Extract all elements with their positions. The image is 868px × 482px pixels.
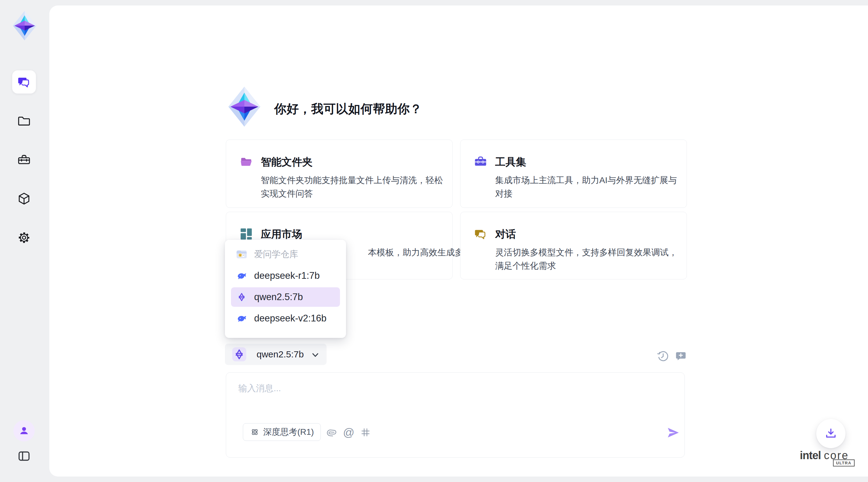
message-input[interactable]: [238, 382, 574, 417]
dropdown-header-label: 爱问学仓库: [254, 248, 298, 260]
paperclip-icon[interactable]: [326, 427, 336, 438]
qwen-icon: [236, 291, 247, 303]
qwen-icon: [232, 347, 246, 361]
card-title: 应用市场: [261, 227, 302, 241]
sidebar-item-folders[interactable]: [17, 114, 31, 127]
model-option-label: qwen2.5:7b: [254, 291, 303, 303]
card-description: 本模板，助力高效生成多: [368, 246, 447, 259]
intel-text: intel: [800, 449, 821, 461]
cube-icon: [17, 192, 31, 206]
panel-toggle-icon: [17, 449, 31, 463]
folder-icon: [17, 114, 31, 127]
sidebar-item-toolbox[interactable]: [17, 153, 31, 167]
card-description: 灵活切换多模型文件，支持多样回复效果调试，满足个性化需求: [495, 246, 681, 273]
new-chat-plus-icon[interactable]: [675, 350, 687, 363]
app-window: 你好，我可以如何帮助你？ 智能文件夹 智能文件夹功能支持批量文件上传与清洗，轻松…: [0, 0, 868, 482]
model-option-deepseek-v2[interactable]: deepseek-v2:16b: [231, 309, 340, 328]
chat-bubbles-icon: [474, 227, 487, 241]
sidebar-collapse-button[interactable]: [17, 449, 31, 463]
app-logo-icon: [10, 10, 39, 41]
download-icon: [824, 427, 838, 440]
chat-bubbles-icon: [17, 75, 31, 89]
history-icon[interactable]: [657, 350, 670, 363]
deep-think-label: 深度思考(R1): [263, 426, 314, 438]
grid-icon[interactable]: [360, 427, 371, 438]
card-title: 对话: [495, 227, 516, 241]
selected-model-label: qwen2.5:7b: [256, 349, 304, 360]
card-title: 智能文件夹: [261, 155, 313, 169]
sidebar-item-models[interactable]: [17, 192, 31, 206]
model-dropdown: 爱问学仓库 deepseek-r1:7b qwen2.5:7b d: [225, 240, 346, 338]
model-option-deepseek-r1[interactable]: deepseek-r1:7b: [231, 266, 340, 285]
deep-think-toggle-button[interactable]: 深度思考(R1): [243, 423, 321, 441]
sidebar: [0, 0, 49, 482]
model-option-qwen[interactable]: qwen2.5:7b: [231, 287, 340, 307]
chevron-down-icon: [311, 351, 320, 359]
send-icon[interactable]: [666, 426, 680, 440]
hero-logo-icon: [226, 86, 262, 127]
repo-thumbnail-icon: [236, 249, 247, 260]
feature-card-toolset[interactable]: 工具集 集成市场上主流工具，助力AI与外界无缝扩展与对接: [460, 140, 687, 208]
sidebar-item-chat[interactable]: [12, 70, 36, 93]
model-option-label: deepseek-v2:16b: [254, 313, 327, 324]
deepseek-whale-icon: [236, 313, 247, 324]
card-description: 智能文件夹功能支持批量文件上传与清洗，轻松实现文件问答: [261, 173, 446, 200]
model-option-label: deepseek-r1:7b: [254, 270, 319, 281]
model-selector-button[interactable]: qwen2.5:7b: [225, 344, 327, 365]
card-description: 集成市场上主流工具，助力AI与外界无缝扩展与对接: [495, 173, 681, 200]
download-button[interactable]: [816, 419, 845, 448]
feature-card-conversation[interactable]: 对话 灵活切换多模型文件，支持多样回复效果调试，满足个性化需求: [460, 212, 687, 279]
user-icon: [18, 425, 30, 436]
toolbox-filled-icon: [474, 155, 487, 169]
dropdown-header-repo: 爱问学仓库: [231, 245, 340, 264]
feature-card-smart-folder[interactable]: 智能文件夹 智能文件夹功能支持批量文件上传与清洗，轻松实现文件问答: [226, 140, 453, 208]
gear-icon: [17, 231, 31, 245]
ultra-badge: ULTRA: [833, 459, 855, 466]
folder-open-icon: [240, 155, 253, 169]
message-composer: 深度思考(R1) @: [226, 372, 685, 458]
deepseek-whale-icon: [236, 270, 247, 282]
greeting-title: 你好，我可以如何帮助你？: [274, 101, 422, 117]
at-icon[interactable]: @: [343, 426, 354, 439]
toolbox-icon: [17, 153, 31, 167]
user-avatar[interactable]: [13, 420, 35, 442]
atom-icon: [250, 427, 259, 437]
app-grid-icon: [240, 227, 253, 241]
card-title: 工具集: [495, 155, 526, 169]
sidebar-item-settings[interactable]: [17, 231, 31, 245]
